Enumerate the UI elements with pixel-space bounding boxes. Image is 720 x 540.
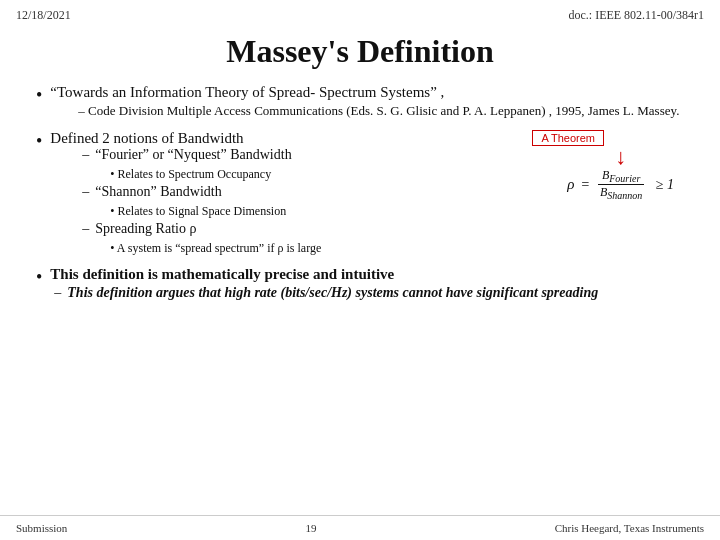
subbullet-3-1-text: This definition argues that high rate (b…: [67, 285, 598, 301]
subbullet-2-2-label: “Shannon” Bandwidth: [95, 184, 221, 200]
numerator: BFourier: [598, 168, 644, 185]
dash-2-1: –: [82, 147, 89, 163]
subsubbullet-2-3-1: • A system is “spread spectrum” if ρ is …: [110, 239, 684, 258]
dash-1: –: [78, 103, 88, 118]
bullet-dot-2: •: [36, 130, 42, 153]
subbullet-3-1: – This definition argues that high rate …: [54, 285, 598, 301]
dash-3-1: –: [54, 285, 61, 301]
header-date: 12/18/2021: [16, 8, 71, 23]
footer-center: 19: [306, 522, 317, 534]
subbullet-1-1-text: Code Division Multiple Access Communicat…: [88, 103, 679, 118]
bullet-3-text: This definition is mathematically precis…: [50, 266, 394, 282]
dash-2-3: –: [82, 221, 89, 237]
footer-right: Chris Heegard, Texas Instruments: [555, 522, 704, 534]
page-title: Massey's Definition: [0, 33, 720, 70]
header-doc: doc.: IEEE 802.11-00/384r1: [568, 8, 704, 23]
bullet-2-text: Defined 2 notions of Bandwidth: [50, 130, 243, 147]
fraction: BFourier BShannon: [596, 168, 646, 202]
bullet-3: • This definition is mathematically prec…: [36, 266, 684, 303]
bullet-1-text: “Towards an Information Theory of Spread…: [50, 84, 444, 100]
red-arrow: ↓: [615, 146, 626, 168]
dash-2-2: –: [82, 184, 89, 200]
bullet-dot-1: •: [36, 84, 42, 107]
bullet-1: • “Towards an Information Theory of Spre…: [36, 84, 684, 122]
footer-left: Submission: [16, 522, 67, 534]
subbullet-2-3-label: Spreading Ratio ρ: [95, 221, 196, 237]
bullet-dot-3: •: [36, 266, 42, 289]
subbullet-2-1-label: “Fourier” or “Nyquest” Bandwidth: [95, 147, 291, 163]
math-formula: ρ = BFourier BShannon ≥ 1: [567, 168, 674, 202]
rho-symbol: ρ: [567, 176, 574, 193]
subbullet-1-1: – Code Division Multiple Access Communic…: [78, 101, 679, 122]
gte-sign: ≥ 1: [652, 177, 674, 193]
subbullet-2-3: – Spreading Ratio ρ: [82, 221, 684, 237]
denominator: BShannon: [596, 185, 646, 201]
equals-sign: =: [581, 177, 590, 193]
subsubbullet-2-2-1: • Relates to Signal Space Dimension: [110, 202, 684, 221]
